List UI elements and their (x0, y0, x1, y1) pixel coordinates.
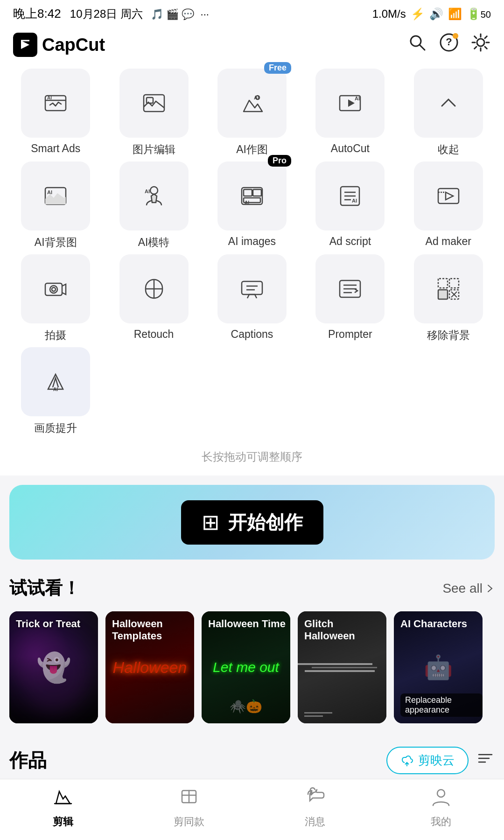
tool-icon-photo-edit (119, 69, 189, 138)
tools-section: AI Smart Ads 图片编辑 Free AI (0, 64, 504, 440)
nav-messages[interactable]: 消息 (252, 786, 378, 829)
try-header: 试试看！ See all (9, 576, 495, 600)
template-halloween-templates[interactable]: Halloween Templates Halloween (105, 611, 194, 723)
nav-edit[interactable]: 剪辑 (0, 786, 126, 829)
template-glitch-halloween[interactable]: Glitch Halloween (298, 611, 386, 723)
template-trick-or-treat[interactable]: Trick or Treat 👻 (9, 611, 98, 723)
svg-rect-21 (244, 189, 252, 196)
nav-profile[interactable]: 我的 (378, 786, 504, 829)
status-bar: 晚上8:42 10月28日 周六 🎵 🎬 💬 ··· 1.0M/s ⚡ 🔊 📶 … (0, 0, 504, 26)
nav-messages-icon (304, 786, 326, 812)
tool-icon-retouch (119, 254, 189, 323)
nav-clips-icon (178, 786, 200, 812)
drag-hint: 长按拖动可调整顺序 (0, 440, 504, 476)
svg-text:AI: AI (145, 189, 150, 194)
template-halloween-time[interactable]: Halloween Time Let me out 🕷️🎃 (202, 611, 290, 723)
svg-line-2 (420, 45, 425, 50)
tool-icon-smart-ads: AI (21, 69, 90, 138)
tool-icon-captions (217, 254, 287, 323)
badge-free: Free (264, 62, 291, 74)
tool-label-ai-draw: AI作图 (236, 142, 268, 157)
create-section[interactable]: ⊞ 开始创作 (9, 485, 495, 560)
nav-profile-label: 我的 (431, 815, 451, 829)
replaceable-badge: Replaceable appearance (400, 693, 483, 717)
tool-label-ai-model: AI模特 (138, 235, 170, 250)
tools-grid: AI Smart Ads 图片编辑 Free AI (7, 69, 497, 435)
tool-icon-ad-script: AI (315, 161, 385, 231)
bottom-nav: 剪辑 剪同款 消息 我的 (0, 779, 504, 840)
svg-rect-22 (253, 189, 261, 196)
tool-label-remove-bg: 移除背景 (427, 328, 470, 343)
tool-prompter[interactable]: Prompter (302, 254, 398, 343)
tool-label-collapse: 收起 (438, 142, 459, 157)
tool-icon-ad-maker (414, 161, 483, 231)
nav-messages-label: 消息 (305, 815, 325, 829)
tool-ad-script[interactable]: AI Ad script (302, 161, 398, 250)
svg-marker-14 (348, 99, 355, 107)
works-title: 作品 (9, 748, 47, 773)
nav-edit-icon (52, 786, 74, 812)
try-section: 试试看！ See all Trick or Treat 👻 (0, 560, 504, 733)
svg-point-5 (477, 39, 484, 46)
works-actions: 剪映云 (386, 747, 495, 774)
svg-point-35 (52, 287, 56, 291)
template-title-glitch: Glitch Halloween (304, 618, 386, 643)
tool-autocut[interactable]: AI AutoCut (302, 69, 398, 157)
create-button[interactable]: ⊞ 开始创作 (181, 500, 323, 545)
tool-smart-ads[interactable]: AI Smart Ads (7, 69, 104, 157)
svg-rect-47 (449, 279, 459, 288)
tool-icon-shoot (21, 254, 90, 323)
settings-icon[interactable] (470, 32, 491, 57)
template-title-ai-chars: AI Characters (400, 618, 467, 630)
sort-icon[interactable] (476, 749, 495, 772)
status-icons: 1.0M/s ⚡ 🔊 📶 🔋50 (372, 7, 491, 21)
tool-label-retouch: Retouch (134, 328, 174, 341)
tool-icon-ai-draw: Free AI (217, 69, 287, 138)
tool-quality-up[interactable]: AI 画质提升 (7, 347, 104, 435)
tool-icon-autocut: AI (315, 69, 385, 138)
tool-ad-maker[interactable]: Ad maker (400, 161, 497, 250)
app-name: CapCut (42, 35, 105, 55)
tool-icon-collapse (414, 69, 483, 138)
tool-label-ai-bg: AI背景图 (35, 235, 77, 250)
tool-label-ai-images: AI images (228, 235, 276, 248)
tool-collapse[interactable]: 收起 (400, 69, 497, 157)
svg-text:AI: AI (47, 189, 52, 195)
template-title-halloween: Halloween Templates (112, 618, 194, 643)
tool-icon-quality-up: AI (21, 347, 90, 416)
nav-clips[interactable]: 剪同款 (126, 786, 252, 829)
tool-retouch[interactable]: Retouch (105, 254, 202, 343)
svg-point-18 (150, 187, 158, 194)
search-icon[interactable] (407, 32, 427, 57)
tool-label-smart-ads: Smart Ads (31, 142, 80, 155)
tool-captions[interactable]: Captions (204, 254, 300, 343)
tool-icon-ai-bg: AI (21, 161, 90, 231)
create-plus-icon: ⊞ (202, 510, 220, 535)
tool-ai-images[interactable]: Pro AI AI images (204, 161, 300, 250)
tool-ai-draw[interactable]: Free AI AI作图 (204, 69, 300, 157)
svg-text:?: ? (446, 36, 452, 48)
tool-photo-edit[interactable]: 图片编辑 (105, 69, 202, 157)
svg-text:AI: AI (53, 387, 58, 392)
tool-ai-model[interactable]: AI AI模特 (105, 161, 202, 250)
svg-rect-30 (438, 189, 459, 203)
svg-point-72 (437, 790, 445, 797)
badge-pro: Pro (268, 155, 291, 167)
tool-shoot[interactable]: 拍摄 (7, 254, 104, 343)
jy-cloud-button[interactable]: 剪映云 (386, 747, 469, 774)
tool-remove-bg[interactable]: 移除背景 (400, 254, 497, 343)
tool-icon-remove-bg (414, 254, 483, 323)
header-actions: ? (407, 32, 491, 57)
app-logo: CapCut (13, 33, 105, 57)
svg-point-34 (50, 286, 57, 293)
tool-ai-bg[interactable]: AI AI背景图 (7, 161, 104, 250)
logo-icon (13, 33, 37, 57)
app-header: CapCut ? (0, 26, 504, 64)
help-icon[interactable]: ? (439, 32, 459, 57)
template-title-halloween-time: Halloween Time (208, 618, 286, 630)
template-ai-characters[interactable]: AI Characters 🤖 Replaceable appearance (394, 611, 483, 723)
template-title-trick: Trick or Treat (16, 618, 80, 630)
see-all-button[interactable]: See all (442, 581, 495, 596)
tool-label-ad-script: Ad script (329, 235, 371, 248)
svg-text:AI: AI (352, 198, 357, 203)
